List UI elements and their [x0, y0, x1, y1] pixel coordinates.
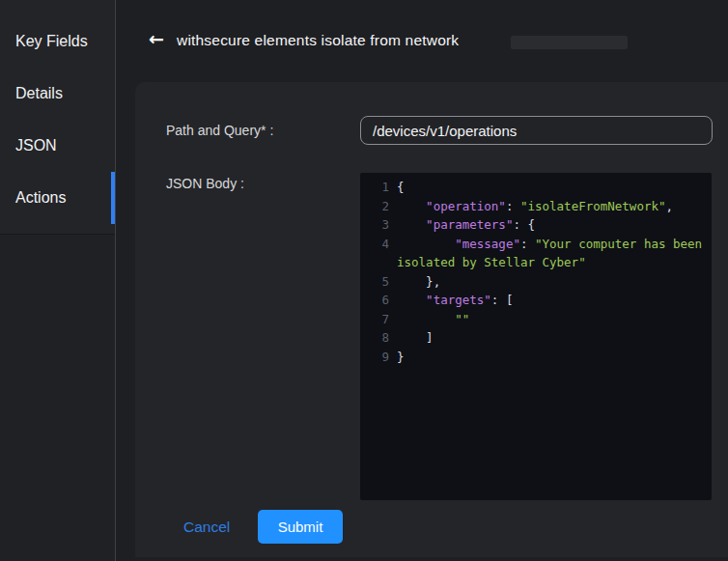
path-query-input[interactable] [360, 116, 713, 145]
code-content: "message": "Your computer has been isola… [397, 235, 710, 272]
back-arrow-icon: ← [149, 28, 164, 49]
code-line: 8 ] [360, 328, 710, 348]
sidebar-item-actions[interactable]: Actions [0, 172, 115, 224]
line-number: 9 [360, 348, 389, 367]
code-content: } [397, 348, 710, 367]
code-line: 5 }, [360, 272, 710, 292]
cancel-button[interactable]: Cancel [183, 519, 230, 536]
line-number: 6 [360, 291, 389, 310]
code-line: 9} [360, 348, 710, 367]
active-tab-indicator [111, 172, 115, 224]
code-content: "" [397, 310, 710, 329]
page-title: withsecure elements isolate from network [177, 32, 459, 49]
submit-button[interactable]: Submit [258, 510, 343, 544]
app-window: Key FieldsDetailsJSONActions ← withsecur… [0, 0, 728, 561]
json-body-editor[interactable]: 1{2 "operation": "isolateFromNetwork",3 … [360, 173, 712, 500]
json-body-label: JSON Body : [166, 176, 244, 191]
path-query-label: Path and Query* : [166, 123, 273, 138]
code-content: ] [397, 328, 710, 348]
code-line: 3 "parameters": { [360, 215, 710, 235]
sidebar-nav: Key FieldsDetailsJSONActions [0, 0, 115, 235]
sidebar-item-details[interactable]: Details [0, 68, 115, 120]
code-content: { [397, 178, 710, 197]
code-content: "parameters": { [397, 215, 710, 235]
code-line: 6 "targets": [ [360, 291, 710, 310]
sidebar-item-label: Details [15, 85, 63, 102]
redacted-chip [511, 36, 628, 49]
code-line: 4 "message": "Your computer has been iso… [360, 235, 710, 272]
sidebar-item-json[interactable]: JSON [0, 120, 115, 172]
line-number: 5 [360, 272, 389, 292]
line-number: 8 [360, 328, 389, 348]
sidebar-item-label: Actions [15, 189, 66, 207]
code-content: }, [397, 272, 710, 292]
code-content: "operation": "isolateFromNetwork", [397, 197, 710, 216]
code-content: "targets": [ [397, 291, 710, 310]
line-number: 4 [360, 235, 389, 272]
sidebar-item-label: JSON [15, 137, 57, 154]
code-line: 1{ [360, 178, 710, 197]
code-line: 2 "operation": "isolateFromNetwork", [360, 197, 710, 216]
sidebar-item-key-fields[interactable]: Key Fields [0, 15, 115, 68]
sidebar-item-label: Key Fields [15, 33, 88, 50]
line-number: 2 [360, 197, 389, 216]
line-number: 1 [360, 178, 389, 197]
line-number: 7 [360, 310, 389, 329]
code-line: 7 "" [360, 310, 710, 329]
back-button[interactable]: ← [143, 25, 170, 52]
line-number: 3 [360, 215, 389, 235]
sidebar: Key FieldsDetailsJSONActions [0, 0, 116, 561]
